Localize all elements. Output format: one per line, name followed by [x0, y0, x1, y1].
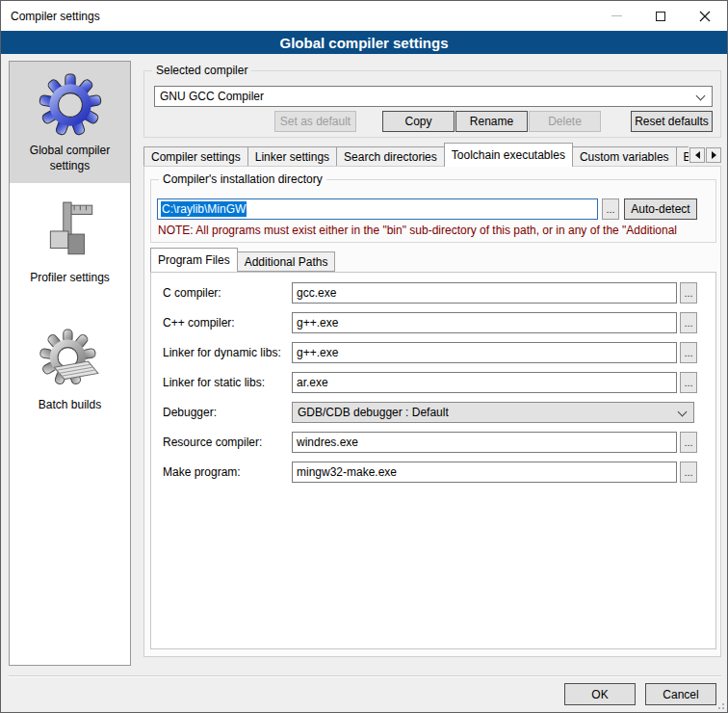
selected-compiler-dropdown[interactable]: GNU GCC Compiler: [154, 86, 713, 107]
chevron-down-icon: [678, 408, 688, 417]
debugger-value: GDB/CDB debugger : Default: [298, 406, 449, 419]
resize-grip[interactable]: [715, 700, 724, 709]
settings-category-list: Global compiler settings Profiler settin…: [9, 61, 131, 666]
footer-separator: [9, 675, 721, 677]
static-linker-value: ar.exe: [297, 376, 328, 389]
make-program-row: Make program: mingw32-make.exe ...: [151, 462, 715, 483]
installation-directory-browse-button[interactable]: ...: [602, 198, 619, 220]
dialog-header: Global compiler settings: [1, 31, 727, 54]
compiler-options-tabs: Compiler settings Linker settings Search…: [143, 143, 721, 167]
toolchain-executables-page: Compiler's installation directory C:\ray…: [143, 166, 721, 657]
tab-linker-settings[interactable]: Linker settings: [247, 146, 337, 167]
installation-directory-group-label: Compiler's installation directory: [159, 172, 326, 187]
c-compiler-label: C compiler:: [163, 286, 221, 300]
cancel-button[interactable]: Cancel: [645, 683, 716, 705]
debugger-dropdown[interactable]: GDB/CDB debugger : Default: [292, 402, 694, 423]
sidebar-item-global-compiler-settings[interactable]: Global compiler settings: [10, 62, 130, 183]
auto-detect-button[interactable]: Auto-detect: [624, 198, 697, 220]
tab-scroll-right-button[interactable]: [706, 147, 721, 163]
sidebar-item-profiler-settings[interactable]: Profiler settings: [10, 189, 130, 295]
cpp-compiler-label: C++ compiler:: [163, 316, 235, 330]
resource-compiler-browse-button[interactable]: ...: [680, 432, 697, 453]
dynamic-linker-value: g++.exe: [297, 346, 338, 359]
c-compiler-browse-button[interactable]: ...: [680, 282, 697, 304]
dialog-header-title: Global compiler settings: [279, 35, 448, 51]
installation-directory-note: NOTE: All programs must exist either in …: [158, 224, 711, 237]
delete-button[interactable]: Delete: [529, 111, 601, 132]
c-compiler-value: gcc.exe: [297, 286, 336, 300]
dynamic-linker-row: Linker for dynamic libs: g++.exe ...: [151, 342, 715, 363]
selected-compiler-group: Selected compiler GNU GCC Compiler Set a…: [143, 70, 721, 138]
c-compiler-input[interactable]: gcc.exe: [292, 282, 677, 304]
tab-scroll-left-button[interactable]: [689, 147, 705, 163]
program-files-pane: C compiler: gcc.exe ... C++ compiler: g+…: [150, 272, 716, 649]
static-linker-browse-button[interactable]: ...: [680, 372, 697, 393]
static-linker-row: Linker for static libs: ar.exe ...: [151, 372, 715, 393]
make-program-input[interactable]: mingw32-make.exe: [292, 462, 677, 483]
minimize-button[interactable]: [594, 1, 638, 31]
static-linker-input[interactable]: ar.exe: [292, 372, 677, 393]
maximize-icon: [656, 12, 665, 21]
selected-compiler-group-label: Selected compiler: [152, 64, 251, 78]
reset-defaults-button[interactable]: Reset defaults: [631, 111, 713, 132]
compiler-settings-window: Compiler settings Global compiler settin…: [0, 0, 728, 713]
cpp-compiler-value: g++.exe: [297, 316, 338, 330]
program-files-tabs: Program Files Additional Paths: [150, 249, 716, 272]
make-program-label: Make program:: [163, 465, 241, 479]
gray-gear-stack-icon: [39, 328, 102, 391]
resource-compiler-row: Resource compiler: windres.exe ...: [151, 432, 715, 453]
close-button[interactable]: [683, 1, 727, 31]
maximize-button[interactable]: [638, 1, 683, 31]
set-as-default-button[interactable]: Set as default: [274, 111, 356, 132]
installation-directory-input[interactable]: C:\raylib\MinGW: [157, 198, 598, 220]
sidebar-item-label: Global compiler settings: [12, 143, 128, 173]
resource-compiler-value: windres.exe: [297, 436, 358, 449]
resource-compiler-input[interactable]: windres.exe: [292, 432, 677, 453]
ok-button[interactable]: OK: [564, 683, 636, 705]
installation-directory-value: C:\raylib\MinGW: [161, 201, 247, 217]
rename-button[interactable]: Rename: [455, 111, 528, 132]
selected-compiler-value: GNU GCC Compiler: [160, 90, 264, 103]
tab-compiler-settings[interactable]: Compiler settings: [143, 146, 248, 167]
chevron-down-icon: [696, 92, 706, 101]
sidebar-item-label: Batch builds: [12, 397, 128, 412]
dynamic-linker-input[interactable]: g++.exe: [292, 342, 677, 363]
tab-program-files[interactable]: Program Files: [150, 248, 238, 272]
installation-directory-group: Compiler's installation directory C:\ray…: [150, 179, 716, 243]
arrow-right-icon: [712, 151, 716, 159]
tab-toolchain-executables[interactable]: Toolchain executables: [444, 143, 573, 167]
cpp-compiler-browse-button[interactable]: ...: [680, 312, 697, 333]
close-icon: [699, 11, 711, 22]
debugger-label: Debugger:: [163, 406, 217, 419]
tab-additional-paths[interactable]: Additional Paths: [237, 251, 336, 272]
tab-search-directories[interactable]: Search directories: [336, 146, 445, 167]
cpp-compiler-row: C++ compiler: g++.exe ...: [151, 312, 715, 333]
window-title: Compiler settings: [11, 10, 100, 23]
tab-build-options[interactable]: Build options: [676, 146, 689, 167]
window-controls: [594, 1, 727, 31]
caliper-icon: [39, 200, 102, 264]
blue-gear-icon: [39, 73, 102, 137]
sidebar-item-batch-builds[interactable]: Batch builds: [10, 316, 130, 422]
title-bar: Compiler settings: [1, 1, 727, 31]
tab-scroll-buttons: [689, 147, 721, 163]
debugger-row: Debugger: GDB/CDB debugger : Default: [151, 402, 715, 423]
dynamic-linker-label: Linker for dynamic libs:: [163, 346, 281, 359]
static-linker-label: Linker for static libs:: [163, 376, 265, 389]
cpp-compiler-input[interactable]: g++.exe: [292, 312, 677, 333]
tab-scroll-area: Compiler settings Linker settings Search…: [143, 143, 689, 167]
resource-compiler-label: Resource compiler:: [163, 436, 262, 449]
c-compiler-row: C compiler: gcc.exe ...: [151, 282, 715, 304]
make-program-value: mingw32-make.exe: [297, 465, 397, 479]
copy-button[interactable]: Copy: [382, 111, 455, 132]
dynamic-linker-browse-button[interactable]: ...: [680, 342, 697, 363]
make-program-browse-button[interactable]: ...: [680, 462, 697, 483]
arrow-left-icon: [695, 151, 700, 159]
minimize-icon: [611, 15, 622, 16]
sidebar-item-label: Profiler settings: [12, 270, 128, 285]
tab-custom-variables[interactable]: Custom variables: [572, 146, 677, 167]
